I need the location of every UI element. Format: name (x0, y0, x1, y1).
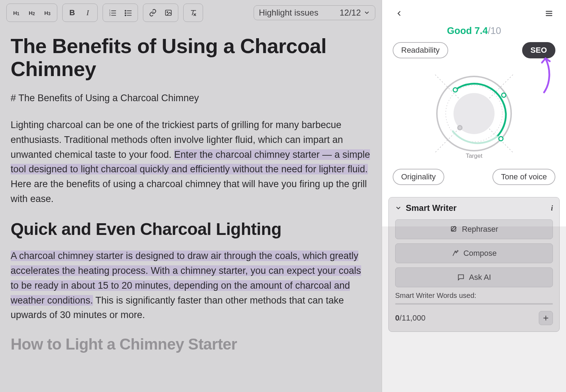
svg-point-10 (125, 15, 126, 16)
editor-pane: H1 H2 H3 B I 123 (0, 0, 382, 392)
svg-point-26 (499, 137, 503, 141)
radar-chart: Target (421, 60, 527, 167)
text-style-group: B I (62, 4, 98, 22)
smart-writer-title: Smart Writer (406, 203, 457, 213)
link-icon (149, 9, 157, 17)
chevron-down-icon (364, 10, 370, 16)
score-block: Good 7.4/10 Readability SEO (382, 24, 566, 192)
usage-label: Smart Writer Words used: (395, 292, 553, 300)
pill-row-top: Readability SEO (391, 40, 557, 60)
clear-group (183, 4, 203, 22)
h3-button[interactable]: H3 (40, 5, 55, 20)
usage-bar (395, 303, 553, 305)
ask-ai-label: Ask AI (469, 273, 491, 282)
svg-text:3: 3 (109, 14, 111, 16)
usage-row: 0/11,000 (395, 311, 553, 325)
doc-title: The Benefits of Using a Charcoal Chimney (11, 35, 371, 81)
smart-writer-panel: Smart Writer i Rephraser Compose Ask AI … (388, 197, 560, 332)
score-value: 7.4 (474, 25, 488, 36)
rephraser-icon (450, 225, 458, 233)
insert-group (143, 4, 178, 22)
hash-heading-line: # The Benefits of Using a Charcoal Chimn… (11, 93, 371, 104)
compose-label: Compose (463, 249, 497, 258)
paragraph-2: A charcoal chimney starter is designed t… (11, 249, 371, 323)
menu-button[interactable] (542, 6, 556, 21)
heading-2-1: Quick and Even Charcoal Lighting (11, 219, 371, 239)
plus-icon (543, 315, 549, 321)
chat-icon (457, 273, 465, 281)
rephraser-label: Rephraser (462, 225, 498, 234)
ask-ai-button[interactable]: Ask AI (395, 267, 553, 287)
unordered-list-icon (124, 9, 132, 17)
highlight-issues-dropdown[interactable]: Highlight issues 12/12 (254, 5, 375, 20)
unordered-list-button[interactable] (121, 5, 135, 20)
usage-count: 0/11,000 (395, 313, 426, 323)
readability-pill[interactable]: Readability (393, 42, 448, 58)
link-button[interactable] (145, 5, 160, 20)
italic-button[interactable]: I (80, 5, 95, 20)
add-words-button[interactable] (539, 311, 553, 325)
list-group: 123 (103, 4, 138, 22)
chevron-down-icon (395, 205, 402, 211)
score-label: Good (447, 25, 472, 36)
target-label: Target (466, 152, 483, 159)
ordered-list-icon: 123 (109, 9, 116, 17)
editor-body[interactable]: The Benefits of Using a Charcoal Chimney… (0, 25, 382, 392)
svg-point-13 (167, 12, 168, 13)
radar-wrap: Readability SEO (391, 40, 557, 187)
highlight-issues-label: Highlight issues (259, 8, 318, 18)
svg-point-27 (458, 126, 462, 130)
usage-total: 11,000 (402, 313, 425, 322)
heading-3-1: How to Light a Chimney Starter (11, 335, 371, 353)
usage-used: 0 (395, 313, 399, 322)
back-button[interactable] (392, 6, 406, 21)
clear-formatting-button[interactable] (186, 5, 201, 20)
info-icon[interactable]: i (551, 204, 553, 212)
svg-point-25 (502, 93, 506, 97)
sidebar-header (382, 0, 566, 24)
toolbar: H1 H2 H3 B I 123 (0, 0, 382, 25)
compose-icon (451, 249, 459, 257)
h1-button[interactable]: H1 (9, 5, 24, 20)
pill-row-bottom: Originality Tone of voice (391, 167, 557, 187)
ordered-list-button[interactable]: 123 (105, 5, 120, 20)
seo-pill[interactable]: SEO (522, 42, 555, 58)
heading-group: H1 H2 H3 (6, 4, 57, 22)
paragraph-1-text-b: Here are the benefits of using a charcoa… (11, 179, 367, 204)
originality-pill[interactable]: Originality (393, 169, 444, 185)
bold-button[interactable]: B (65, 5, 80, 20)
paragraph-1: Lighting charcoal can be one of the tric… (11, 118, 371, 207)
svg-point-24 (453, 88, 457, 92)
sidebar-pane: Good 7.4/10 Readability SEO (382, 0, 566, 392)
image-icon (164, 9, 172, 17)
chevron-left-icon (395, 10, 403, 17)
clear-formatting-icon (189, 9, 197, 17)
hamburger-icon (545, 9, 553, 18)
smart-writer-header[interactable]: Smart Writer i (395, 203, 553, 213)
image-button[interactable] (161, 5, 176, 20)
rephraser-button[interactable]: Rephraser (395, 219, 553, 239)
issue-count-value: 12/12 (340, 8, 361, 18)
svg-point-6 (125, 10, 126, 11)
svg-point-8 (125, 13, 126, 14)
score-outof: /10 (488, 25, 501, 36)
score-line: Good 7.4/10 (391, 25, 557, 36)
compose-button[interactable]: Compose (395, 243, 553, 263)
tone-pill[interactable]: Tone of voice (492, 169, 555, 185)
issue-count: 12/12 (340, 8, 370, 18)
h2-button[interactable]: H2 (24, 5, 39, 20)
